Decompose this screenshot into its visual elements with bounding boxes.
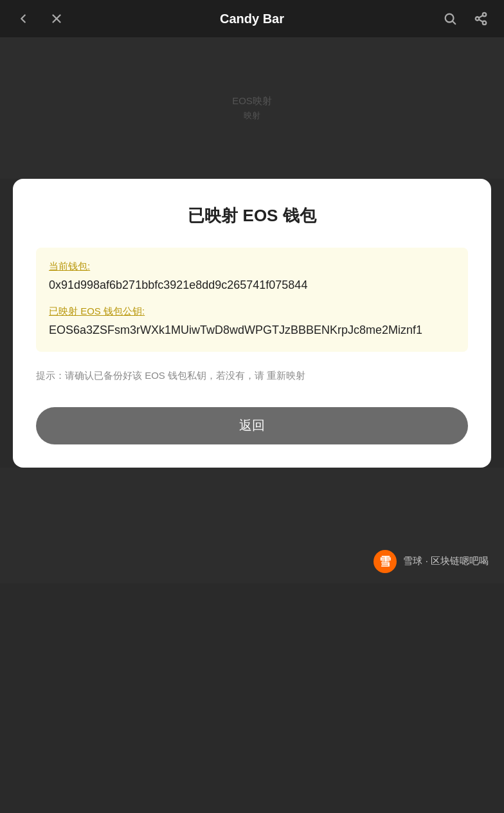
modal-title: 已映射 EOS 钱包: [36, 205, 468, 227]
close-button[interactable]: [46, 8, 67, 29]
eos-value: EOS6a3ZSFsm3rWXk1MUiwTwD8wdWPGTJzBBBENKr…: [49, 322, 455, 339]
hint-text: 提示：请确认已备份好该 EOS 钱包私钥，若没有，请 重新映射: [36, 367, 468, 384]
eos-label: 已映射 EOS 钱包公钥:: [49, 306, 455, 318]
modal-card: 已映射 EOS 钱包 当前钱包: 0x91d998af6b271bbfc3921…: [13, 179, 491, 468]
header-left: [13, 8, 67, 29]
info-box: 当前钱包: 0x91d998af6b271bbfc3921e8dd9c26574…: [36, 248, 468, 352]
footer-brand: 雪 雪球 · 区块链嗯吧喝: [374, 550, 489, 573]
share-button[interactable]: [471, 8, 491, 29]
placeholder-1: EOS映射: [232, 95, 272, 107]
wallet-label: 当前钱包:: [49, 260, 455, 273]
search-icon: [443, 12, 457, 26]
wallet-value: 0x91d998af6b271bbfc3921e8dd9c265741f0758…: [49, 277, 455, 294]
header-title: Candy Bar: [220, 12, 284, 26]
svg-line-7: [479, 19, 483, 22]
dark-area-inner: EOS映射 映射: [232, 95, 272, 122]
return-button[interactable]: 返回: [36, 407, 468, 444]
brand-name: 雪球 · 区块链嗯吧喝: [403, 555, 489, 567]
dark-background-top: EOS映射 映射: [0, 37, 504, 179]
share-icon: [474, 12, 488, 26]
placeholder-2: 映射: [244, 110, 260, 122]
back-button[interactable]: [13, 8, 33, 29]
header: Candy Bar: [0, 0, 504, 37]
svg-line-3: [453, 21, 455, 24]
search-button[interactable]: [440, 8, 460, 29]
back-icon: [16, 12, 30, 26]
dark-background-bottom: 雪 雪球 · 区块链嗯吧喝: [0, 468, 504, 583]
close-icon: [50, 12, 64, 26]
svg-line-8: [479, 15, 483, 18]
header-right: [440, 8, 491, 29]
brand-logo-text: 雪: [379, 554, 391, 569]
brand-logo: 雪: [374, 550, 397, 573]
